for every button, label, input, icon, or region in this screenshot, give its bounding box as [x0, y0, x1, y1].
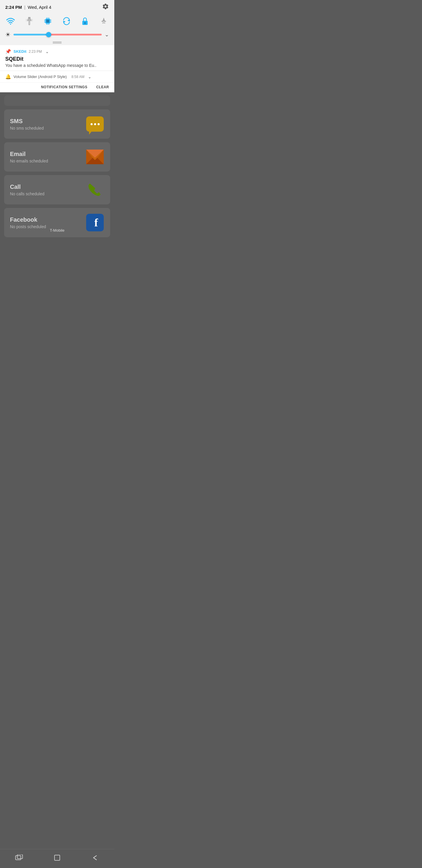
skedit-app-name: SKEDit	[13, 49, 26, 54]
brightness-slider[interactable]	[13, 34, 102, 35]
svg-line-6	[32, 19, 33, 20]
volume-expand-icon[interactable]: ⌄	[88, 74, 91, 79]
brightness-row: ☀ ⌄	[0, 30, 114, 40]
skedit-notification[interactable]: 📌 SKEDit 2:23 PM ⌄ SQEDit You have a sch…	[0, 45, 114, 71]
status-divider: |	[24, 5, 26, 10]
sms-card[interactable]: SMS No sms scheduled	[4, 110, 110, 139]
svg-point-26	[85, 22, 86, 24]
notification-settings-button[interactable]: NOTIFICATION SETTINGS	[41, 85, 87, 89]
status-time: 2:24 PM	[5, 5, 22, 10]
svg-marker-24	[64, 21, 66, 23]
status-time-area: 2:24 PM | Wed, April 4	[5, 5, 51, 10]
flashlight-icon[interactable]	[24, 16, 35, 26]
drag-handle	[0, 40, 114, 45]
volume-notification[interactable]: 🔔 Volume Slider (Android P Style) 8:58 A…	[0, 71, 114, 83]
volume-notif-text: Volume Slider (Android P Style)	[13, 74, 67, 79]
svg-line-5	[26, 19, 27, 20]
email-envelope-icon	[86, 150, 104, 164]
sms-card-text: SMS No sms scheduled	[10, 118, 86, 130]
status-date: Wed, April 4	[28, 5, 52, 10]
sms-dots	[91, 123, 100, 125]
svg-rect-10	[46, 20, 49, 23]
skedit-expand-icon[interactable]: ⌄	[45, 49, 49, 54]
svg-rect-1	[28, 17, 30, 19]
drag-handle-lines	[53, 42, 62, 43]
sync-icon[interactable]	[61, 16, 72, 26]
app-content: SMS No sms scheduled Email No emails sch…	[0, 92, 114, 264]
brightness-thumb[interactable]	[46, 32, 51, 37]
call-card-text: Call No calls scheduled	[10, 184, 86, 196]
airplane-icon[interactable]	[98, 16, 109, 26]
collapse-icon[interactable]: ⌄	[105, 31, 109, 38]
sms-card-subtitle: No sms scheduled	[10, 126, 86, 130]
facebook-logo: f	[86, 214, 104, 231]
facebook-icon: f	[86, 213, 104, 232]
sms-icon	[86, 115, 104, 133]
status-bar: 2:24 PM | Wed, April 4	[0, 0, 114, 12]
call-card-subtitle: No calls scheduled	[10, 191, 86, 196]
email-card[interactable]: Email No emails scheduled	[4, 142, 110, 172]
svg-marker-2	[27, 19, 32, 21]
skedit-notif-time: 2:23 PM	[29, 50, 42, 54]
wifi-icon[interactable]	[5, 16, 16, 26]
phone-icon	[87, 182, 103, 198]
facebook-card-title: Facebook	[10, 216, 86, 223]
settings-icon[interactable]	[102, 3, 109, 11]
facebook-card-text: Facebook No posts scheduled	[10, 216, 86, 229]
notification-panel: 📌 SKEDit 2:23 PM ⌄ SQEDit You have a sch…	[0, 45, 114, 92]
pin-icon: 📌	[5, 49, 11, 54]
cpu-icon[interactable]	[42, 16, 53, 26]
partial-card	[4, 95, 110, 106]
call-card-title: Call	[10, 184, 86, 190]
sms-bubble-icon	[86, 116, 104, 132]
skedit-notif-body: You have a scheduled WhatsApp message to…	[5, 63, 109, 68]
email-card-text: Email No emails scheduled	[10, 151, 86, 163]
email-icon	[86, 148, 104, 166]
quick-settings-icons	[5, 15, 109, 29]
sms-card-title: SMS	[10, 118, 86, 125]
lock-icon[interactable]	[80, 16, 90, 26]
brightness-icon: ☀	[5, 31, 10, 38]
email-card-subtitle: No emails scheduled	[10, 159, 86, 163]
volume-notif-time: 8:58 AM	[71, 75, 85, 79]
quick-settings-panel	[0, 12, 114, 30]
svg-point-0	[10, 24, 11, 25]
skedit-notif-title: SQEDit	[5, 56, 109, 62]
notification-actions: NOTIFICATION SETTINGS CLEAR	[0, 83, 114, 92]
skedit-notif-header: 📌 SKEDit 2:23 PM ⌄	[5, 49, 109, 54]
svg-marker-23	[67, 19, 69, 22]
tmobile-watermark: T-Mobile	[50, 228, 64, 232]
clear-button[interactable]: CLEAR	[96, 85, 109, 89]
email-card-title: Email	[10, 151, 86, 157]
call-card[interactable]: Call No calls scheduled	[4, 175, 110, 205]
bell-icon: 🔔	[5, 74, 11, 80]
call-icon	[86, 180, 104, 199]
facebook-card[interactable]: Facebook No posts scheduled T-Mobile f	[4, 208, 110, 237]
facebook-card-subtitle: No posts scheduled	[10, 224, 86, 229]
